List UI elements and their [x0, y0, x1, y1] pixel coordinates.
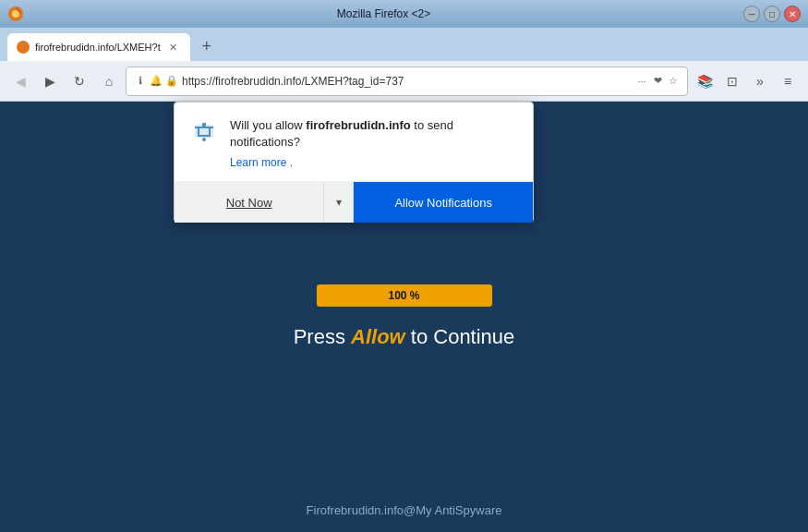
title-bar: Mozilla Firefox <2> ─ □ ✕: [0, 0, 808, 28]
pocket-icon[interactable]: ❤: [651, 75, 664, 88]
press-text: Press: [294, 325, 351, 348]
info-icon[interactable]: ℹ: [134, 75, 147, 88]
popup-body: Will you allow firofrebrudidn.info to se…: [175, 103, 533, 181]
maximize-button[interactable]: □: [764, 6, 780, 22]
allow-notifications-button[interactable]: Allow Notifications: [354, 182, 533, 223]
footer-text: Firofrebrudidn.info@My AntiSpyware: [307, 503, 502, 517]
menu-button[interactable]: ≡: [775, 68, 801, 94]
window-title: Mozilla Firefox <2>: [24, 7, 743, 20]
lock-icon: 🔒: [165, 75, 178, 88]
tab-favicon-icon: [17, 41, 30, 54]
library-button[interactable]: 📚: [692, 68, 718, 94]
tab-close-button[interactable]: ✕: [166, 40, 181, 54]
forward-button[interactable]: ▶: [37, 68, 63, 94]
address-bar[interactable]: ℹ 🔔 🔒 https://firofrebrudidn.info/LXMEH?…: [126, 66, 688, 96]
bookmark-icon[interactable]: ☆: [667, 75, 680, 88]
window-controls: ─ □ ✕: [743, 6, 801, 22]
back-button[interactable]: ◀: [7, 68, 33, 94]
svg-rect-4: [202, 123, 206, 127]
notification-bell-icon: [189, 117, 219, 147]
not-now-dropdown-button[interactable]: ▾: [324, 182, 354, 223]
continue-text: to Continue: [405, 325, 515, 348]
popup-content: Will you allow firofrebrudidn.info to se…: [230, 117, 518, 170]
nav-right-buttons: 📚 ⊡ » ≡: [692, 68, 801, 94]
minimize-button[interactable]: ─: [743, 6, 760, 22]
close-button[interactable]: ✕: [784, 6, 801, 22]
progress-bar: 100 %: [317, 284, 492, 307]
home-button[interactable]: ⌂: [96, 68, 122, 94]
tab-bar: firofrebrudidn.info/LXMEH?t ✕ +: [0, 28, 808, 61]
learn-more-link[interactable]: Learn more .: [230, 156, 293, 169]
overflow-button[interactable]: »: [747, 68, 773, 94]
nav-bar: ◀ ▶ ↻ ⌂ ℹ 🔔 🔒 https://firofrebrudidn.inf…: [0, 61, 808, 102]
url-text: https://firofrebrudidn.info/LXMEH?tag_id…: [182, 75, 632, 88]
sync-button[interactable]: ⊡: [719, 68, 745, 94]
popup-message-before: Will you allow: [230, 118, 306, 132]
notification-popup: Will you allow firofrebrudidn.info to se…: [174, 102, 534, 223]
allow-word: Allow: [351, 325, 405, 348]
popup-message: Will you allow firofrebrudidn.info to se…: [230, 117, 518, 151]
popup-site: firofrebrudidn.info: [306, 118, 410, 132]
progress-text: 100 %: [388, 289, 419, 302]
new-tab-button[interactable]: +: [194, 33, 220, 59]
address-left-icons: ℹ 🔔 🔒: [134, 75, 178, 88]
tab-title: firofrebrudidn.info/LXMEH?t: [35, 42, 161, 53]
not-now-button[interactable]: Not Now: [175, 182, 324, 223]
reload-button[interactable]: ↻: [66, 68, 92, 94]
svg-point-3: [202, 138, 206, 141]
press-allow-message: Press Allow to Continue: [294, 325, 515, 349]
more-icon[interactable]: ···: [635, 75, 648, 88]
active-tab[interactable]: firofrebrudidn.info/LXMEH?t ✕: [7, 33, 190, 61]
popup-footer: Not Now ▾ Allow Notifications: [175, 181, 533, 222]
firefox-logo-icon: [7, 6, 24, 22]
notification-icon[interactable]: 🔔: [150, 75, 163, 88]
address-right-icons: ··· ❤ ☆: [635, 75, 680, 88]
